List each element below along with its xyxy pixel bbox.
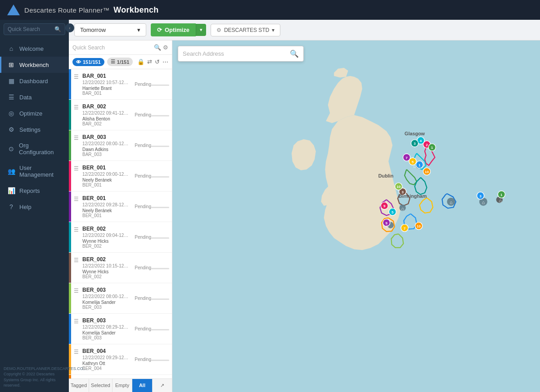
svg-text:2: 2: [426, 143, 428, 147]
route-item-progress: [151, 115, 169, 116]
search-icon[interactable]: 🔍: [154, 44, 161, 51]
svg-text:Birmingham: Birmingham: [399, 193, 427, 199]
route-item-icon: ☰: [71, 222, 81, 252]
brand-name: Descartes Route Planner™: [24, 6, 110, 14]
route-item-progress: [151, 298, 169, 300]
sidebar-item-data[interactable]: ☰Data: [0, 89, 69, 105]
route-item-driver: Wynne Hicks: [82, 239, 129, 244]
date-dropdown[interactable]: Tomorrow ▾: [74, 23, 146, 36]
svg-text:Dublin: Dublin: [378, 173, 393, 178]
optimize-dropdown-button[interactable]: ▾: [196, 24, 206, 36]
bottom-tab-empty[interactable]: Empty: [112, 379, 132, 392]
sidebar-item-dashboard[interactable]: ▦Dashboard: [0, 73, 69, 89]
route-item-date: 12/22/2022 09:29-12/22/20...: [82, 355, 129, 360]
route-item[interactable]: ☰ BER_003 12/22/2022 08:00-12/22/20... K…: [69, 283, 172, 314]
route-item-driver: Dawn Adkins: [82, 147, 129, 152]
sidebar-search-icon: 🔍: [54, 26, 61, 32]
settings-label: DESCARTES STD: [224, 27, 269, 33]
sidebar-collapse-button[interactable]: ‹: [65, 23, 74, 32]
gear-icon: ⚙: [216, 27, 221, 33]
content-area: Tomorrow ▾ ⟳ Optimize ▾ ⚙ DESCARTES STD …: [69, 20, 540, 392]
refresh-icon[interactable]: ↺: [155, 58, 160, 65]
route-item-driver: Neely Beránek: [82, 178, 129, 183]
bottom-tab-selected[interactable]: Selected: [89, 379, 112, 392]
route-item-icon: ☰: [71, 161, 81, 191]
map-search-input[interactable]: [183, 50, 286, 57]
svg-text:5: 5: [392, 210, 394, 214]
route-search-input[interactable]: [72, 45, 151, 51]
optimize-nav-label: Optimize: [19, 110, 42, 117]
list-tab-count: 1/151: [117, 59, 130, 65]
sidebar-search-input[interactable]: [8, 26, 52, 32]
svg-text:1: 1: [500, 193, 503, 197]
bottom-tab-[interactable]: ↗: [153, 379, 172, 392]
page-name: Workbench: [113, 5, 158, 14]
optimize-group: ⟳ Optimize ▾: [151, 23, 206, 36]
svg-text:10: 10: [425, 170, 429, 174]
sidebar-item-org-config[interactable]: ⊙Org Configuration: [0, 138, 69, 160]
route-item-name: BAR_001: [82, 73, 129, 79]
bottom-tab-all[interactable]: All: [132, 379, 152, 392]
route-item[interactable]: ☰ BER_002 12/22/2022 10:15-12/22/20... W…: [69, 253, 172, 283]
route-item-date: 12/22/2022 08:00-12/22/20...: [82, 294, 129, 299]
toolbar: Tomorrow ▾ ⟳ Optimize ▾ ⚙ DESCARTES STD …: [69, 20, 540, 40]
settings-dropdown[interactable]: ⚙ DESCARTES STD ▾: [211, 24, 280, 36]
route-item-status: Pending: [132, 69, 172, 99]
filter-icon[interactable]: ⚙: [163, 44, 168, 51]
sidebar-item-user-mgmt[interactable]: 👥User Management: [0, 160, 69, 183]
route-item-date: 12/22/2022 08:00-12/22/20...: [82, 141, 129, 146]
sidebar-item-workbench[interactable]: ⊞Workbench: [0, 57, 69, 73]
sidebar-footer: DEMO.ROUTEPLANNER.DESCARTES.CO... Copyri…: [0, 362, 69, 392]
shuffle-icon[interactable]: ⇄: [147, 58, 152, 65]
route-item-progress: [151, 85, 169, 86]
svg-text:4: 4: [420, 139, 422, 143]
route-item[interactable]: ☰ BER_005 12/22/2022 09:01-12/22/20... V…: [69, 375, 172, 379]
route-item-content: BER_005 12/22/2022 09:01-12/22/20... Vrm…: [81, 375, 132, 379]
route-item-content: BAR_001 12/22/2022 10:57-12/22/20... Har…: [81, 69, 132, 99]
sidebar-search[interactable]: 🔍: [4, 23, 65, 35]
list-icon: ☰: [111, 59, 115, 65]
map-area: 🔍: [172, 40, 540, 392]
help-nav-label: Help: [19, 204, 32, 210]
route-item[interactable]: ☰ BAR_002 12/22/2022 09:41-12/22/20... A…: [69, 100, 172, 130]
route-item-icon: ☰: [71, 314, 81, 344]
route-list: ☰ BAR_001 12/22/2022 10:57-12/22/20... H…: [69, 69, 172, 379]
svg-text:⌂: ⌂: [413, 163, 416, 169]
route-item-status: Pending: [132, 192, 172, 222]
sidebar-item-reports[interactable]: 📊Reports: [0, 183, 69, 199]
sidebar-item-welcome[interactable]: ⌂Welcome: [0, 40, 69, 57]
sidebar-item-settings[interactable]: ⚙Settings: [0, 121, 69, 138]
route-item-date: 12/22/2022 09:00-12/22/20...: [82, 172, 129, 177]
sidebar-item-help[interactable]: ?Help: [0, 199, 69, 215]
lock-icon[interactable]: 🔒: [137, 58, 144, 65]
route-item[interactable]: ☰ BER_003 12/22/2022 08:29-12/22/20... K…: [69, 314, 172, 344]
user-mgmt-nav-icon: 👥: [8, 168, 15, 175]
route-item-status: Pending: [132, 253, 172, 283]
settings-chevron-icon: ▾: [272, 27, 274, 33]
reports-nav-icon: 📊: [8, 187, 15, 194]
route-item-date: 12/22/2022 09:04-12/22/20...: [82, 233, 129, 238]
route-item-code: BER_004: [82, 366, 129, 371]
route-item[interactable]: ☰ BER_002 12/22/2022 09:04-12/22/20... W…: [69, 222, 172, 253]
route-filter-icons: 🔍 ⚙: [154, 44, 168, 51]
route-item[interactable]: ☰ BAR_003 12/22/2022 08:00-12/22/20... D…: [69, 130, 172, 161]
route-item[interactable]: ☰ BER_001 12/22/2022 09:28-12/22/20... N…: [69, 192, 172, 222]
route-item-progress: [151, 207, 169, 208]
svg-text:3: 3: [414, 142, 416, 146]
sidebar: ‹ 🔍 ⌂Welcome⊞Workbench▦Dashboard☰Data◎Op…: [0, 20, 69, 392]
sidebar-item-optimize[interactable]: ◎Optimize: [0, 105, 69, 121]
optimize-button[interactable]: ⟳ Optimize: [151, 23, 196, 36]
eye-tab[interactable]: 👁 151/151: [72, 58, 104, 66]
list-tab[interactable]: ☰ 1/151: [107, 58, 133, 66]
more-icon[interactable]: ⋯: [162, 58, 168, 65]
route-actions: 🔒 ⇄ ↺ ⋯: [137, 58, 168, 65]
svg-text:⌂: ⌂: [386, 223, 389, 228]
svg-text:10: 10: [417, 224, 421, 228]
map-search-icon[interactable]: 🔍: [290, 49, 299, 58]
route-item[interactable]: ☰ BAR_001 12/22/2022 10:57-12/22/20... H…: [69, 69, 172, 100]
settings-nav-label: Settings: [19, 126, 40, 133]
optimize-nav-icon: ◎: [8, 110, 15, 117]
svg-text:Glasgow: Glasgow: [405, 131, 425, 136]
route-item[interactable]: ☰ BER_001 12/22/2022 09:00-12/22/20... N…: [69, 161, 172, 192]
bottom-tab-tagged[interactable]: Tagged: [69, 379, 89, 392]
